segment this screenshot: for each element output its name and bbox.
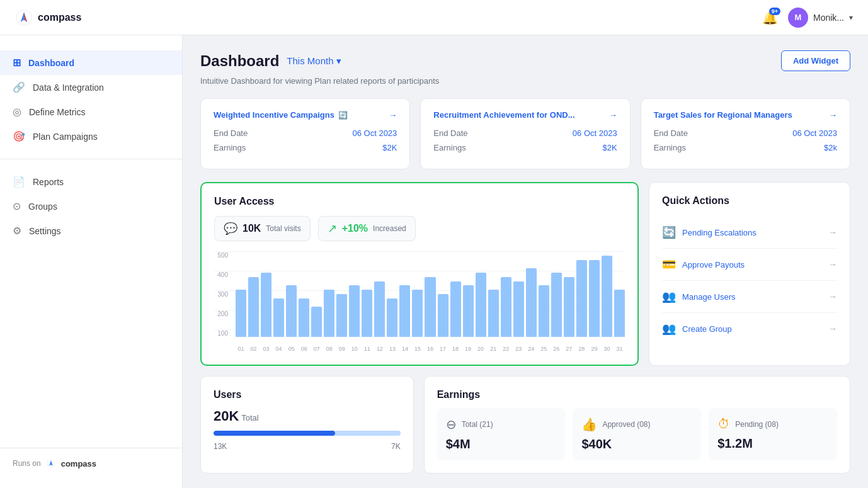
qa-manage-users[interactable]: 👥 Manage Users → (662, 281, 837, 313)
users-card: Users 20K Total 13K 7K (200, 376, 414, 474)
topnav: compass 🔔 9+ M Monik... ▾ (0, 0, 868, 35)
sidebar-item-dashboard[interactable]: ⊞ Dashboard (0, 50, 182, 75)
x-label-18: 18 (450, 346, 461, 352)
x-label-31: 31 (614, 346, 625, 352)
bar-3 (261, 273, 271, 337)
bars-container (236, 251, 625, 337)
campaign-row-earnings-1: Earnings $2K (433, 143, 617, 152)
sidebar-primary-section: ⊞ Dashboard 🔗 Data & Integration ◎ Defin… (0, 45, 182, 154)
campaign-title-text-2: Target Sales for Regional Managers (654, 110, 792, 120)
users-total-value: 20K (214, 408, 239, 424)
bar-17 (438, 294, 448, 337)
sidebar-item-settings[interactable]: ⚙ Settings (0, 218, 182, 243)
layout: ⊞ Dashboard 🔗 Data & Integration ◎ Defin… (0, 35, 868, 488)
app-name: compass (38, 12, 81, 23)
trend-up-icon: ↗ (328, 222, 337, 235)
sidebar-item-groups[interactable]: ⊙ Groups (0, 194, 182, 218)
bar-15 (412, 290, 423, 337)
x-label-5: 05 (286, 346, 297, 352)
page-title-group: Dashboard This Month ▾ (200, 52, 341, 70)
earnings-stat-approved: 👍 Approved (08) $40K (573, 408, 701, 460)
sidebar-item-reports[interactable]: 📄 Reports (0, 169, 182, 194)
bar-1 (236, 290, 246, 337)
notification-button[interactable]: 🔔 9+ (762, 10, 778, 25)
chat-icon: 💬 (224, 222, 237, 235)
quick-actions-title: Quick Actions (662, 195, 837, 207)
stats-bottom: Users 20K Total 13K 7K Earnings (200, 376, 850, 474)
bar-25 (539, 285, 549, 337)
x-label-9: 09 (336, 346, 347, 352)
x-label-13: 13 (387, 346, 397, 352)
x-labels: 0102030405060708091011121314151617181920… (236, 346, 625, 352)
x-label-23: 23 (513, 346, 524, 352)
approve-payouts-label: Approve Payouts (682, 260, 745, 270)
x-label-15: 15 (412, 346, 423, 352)
sidebar-item-plan-campaigns[interactable]: 🎯 Plan Campaigns (0, 124, 182, 149)
sidebar-item-define-metrics[interactable]: ◎ Define Metrics (0, 99, 182, 124)
bar-23 (513, 281, 524, 337)
x-label-16: 16 (425, 346, 435, 352)
bar-12 (374, 281, 385, 337)
qa-create-group[interactable]: 👥 Create Group → (662, 313, 837, 344)
pending-label: Pending (08) (735, 420, 779, 429)
arrow-icon-1[interactable]: → (609, 110, 617, 120)
sidebar-item-label: Settings (29, 226, 61, 236)
user-access-title: User Access (214, 196, 625, 207)
qa-pending-escalations[interactable]: 🔄 Pending Escalations → (662, 217, 837, 249)
user-access-card: User Access 💬 10K Total visits ↗ +10% In… (200, 182, 639, 366)
add-widget-button[interactable]: Add Widget (781, 50, 850, 71)
app-logo[interactable]: compass (15, 9, 81, 26)
qa-arrow-0: → (828, 227, 837, 237)
campaign-card-1: Recruitment Achievement for OND... → End… (420, 98, 630, 169)
main-content: Dashboard This Month ▾ Add Widget Intuit… (183, 35, 868, 488)
campaign-row-earnings-0: Earnings $2K (214, 143, 397, 152)
x-label-30: 30 (602, 346, 612, 352)
bar-11 (362, 290, 372, 337)
earnings-card: Earnings ⊖ Total (21) $4M 👍 Approved (08… (424, 376, 850, 474)
sidebar-item-label: Plan Campaigns (33, 132, 98, 142)
x-label-25: 25 (539, 346, 549, 352)
total-value: $4M (446, 437, 557, 451)
bar-27 (564, 277, 574, 337)
x-label-19: 19 (463, 346, 474, 352)
x-label-24: 24 (526, 346, 537, 352)
increase-label: Increased (373, 224, 406, 233)
bar-18 (450, 281, 461, 337)
reports-icon: 📄 (13, 176, 25, 188)
campaign-card-title-0: Weighted Incentive Campaigns 🔄 → (214, 110, 397, 120)
bar-8 (324, 290, 334, 337)
bar-20 (476, 273, 486, 337)
arrow-icon-0[interactable]: → (389, 110, 397, 120)
sidebar-item-label: Groups (28, 201, 57, 212)
sidebar-secondary-section: 📄 Reports ⊙ Groups ⚙ Settings (0, 159, 182, 248)
user-menu[interactable]: M Monik... ▾ (788, 8, 853, 28)
plan-campaigns-icon: 🎯 (13, 130, 25, 142)
x-label-6: 06 (299, 346, 309, 352)
users-bar-fill (214, 431, 335, 436)
create-group-icon: 👥 (662, 322, 676, 336)
total-visits-badge: 💬 10K Total visits (214, 216, 311, 241)
page-title: Dashboard (200, 52, 279, 70)
users-sub-right: 7K (391, 442, 401, 451)
user-name: Monik... (813, 13, 844, 23)
approve-payouts-icon: 💳 (662, 258, 676, 271)
qa-arrow-2: → (828, 292, 837, 302)
x-label-17: 17 (438, 346, 448, 352)
sidebar-item-data-integration[interactable]: 🔗 Data & Integration (0, 75, 182, 99)
users-sub: 13K 7K (214, 442, 401, 451)
bar-7 (311, 307, 322, 337)
bar-22 (501, 277, 511, 337)
manage-users-icon: 👥 (662, 290, 676, 304)
period-selector[interactable]: This Month ▾ (287, 55, 341, 67)
period-label: This Month (287, 55, 333, 66)
topnav-right: 🔔 9+ M Monik... ▾ (762, 8, 853, 28)
arrow-icon-2[interactable]: → (829, 110, 837, 120)
page-subtitle: Intuitive Dashboard for viewing Plan rel… (200, 76, 850, 86)
runs-on-label: Runs on (13, 459, 41, 468)
x-label-8: 08 (324, 346, 334, 352)
users-bar-fill2 (335, 431, 401, 436)
campaign-row-earnings-2: Earnings $2k (654, 143, 837, 152)
qa-approve-payouts[interactable]: 💳 Approve Payouts → (662, 249, 837, 281)
x-label-12: 12 (374, 346, 385, 352)
groups-icon: ⊙ (13, 200, 21, 212)
